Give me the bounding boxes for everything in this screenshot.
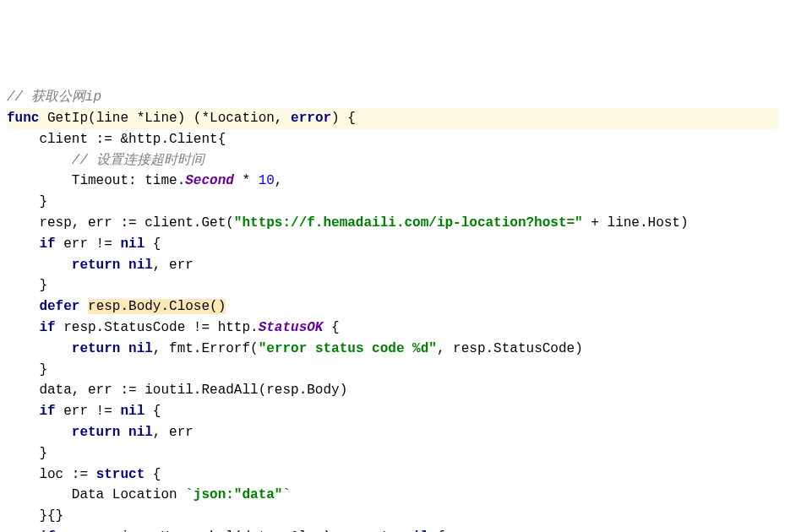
number-literal: 10 bbox=[259, 173, 275, 188]
brace: { bbox=[144, 467, 161, 482]
brace: } bbox=[39, 446, 47, 461]
function-name: GetIp bbox=[47, 111, 88, 126]
string-literal: "https://f.hemadaili.com/ip-location?hos… bbox=[234, 215, 583, 231]
code-line: defer resp.Body.Close() bbox=[7, 296, 778, 318]
code-text: client := &http.Client{ bbox=[39, 132, 226, 147]
keyword-if: if bbox=[39, 404, 55, 419]
code-line: } bbox=[7, 360, 778, 381]
code-line: Timeout: time.Second * 10, bbox=[7, 171, 778, 192]
keyword-nil: nil bbox=[120, 404, 144, 419]
brace: { bbox=[144, 236, 161, 252]
code-line: if err := json.Unmarshal(data, &loc); er… bbox=[7, 527, 778, 532]
signature-close: ) { bbox=[331, 111, 356, 126]
struct-tag: `json:"data"` bbox=[185, 487, 291, 502]
code-text: , err bbox=[153, 425, 194, 440]
code-text: data, err := ioutil.ReadAll(resp.Body) bbox=[39, 383, 347, 398]
code-text: }{} bbox=[39, 508, 63, 524]
code-text: , fmt.Errorf( bbox=[153, 341, 259, 356]
code-line: if resp.StatusCode != http.StatusOK { bbox=[7, 318, 778, 339]
keyword-struct: struct bbox=[96, 467, 145, 482]
code-line: client := &http.Client{ bbox=[7, 129, 778, 150]
code-line: Data Location `json:"data"` bbox=[7, 485, 778, 506]
code-line-highlighted: func GetIp(line *Line) (*Location, error… bbox=[7, 108, 778, 129]
code-line: return nil, fmt.Errorf("error status cod… bbox=[7, 339, 778, 360]
code-line: loc := struct { bbox=[7, 464, 778, 486]
code-text: , bbox=[275, 173, 283, 188]
code-line: resp, err := client.Get("https://f.hemad… bbox=[7, 213, 778, 234]
code-text: Timeout: time. bbox=[72, 173, 185, 188]
keyword-return: return bbox=[72, 425, 121, 440]
code-text: resp, err := client.Get( bbox=[39, 215, 233, 231]
comment: // 设置连接超时时间 bbox=[72, 153, 204, 168]
code-line: // 设置连接超时时间 bbox=[7, 150, 778, 171]
keyword-defer: defer bbox=[39, 299, 79, 314]
string-literal: "error status code %d" bbox=[259, 341, 437, 356]
code-editor[interactable]: // 获取公网ipfunc GetIp(line *Line) (*Locati… bbox=[7, 87, 778, 532]
keyword-func: func bbox=[7, 111, 39, 126]
code-text: Data Location bbox=[72, 487, 185, 502]
identifier-statusok: StatusOK bbox=[259, 320, 324, 335]
brace: } bbox=[39, 194, 47, 209]
keyword-if: if bbox=[39, 236, 55, 252]
keyword-nil: nil bbox=[128, 425, 153, 440]
signature: (line *Line) (*Location, bbox=[88, 111, 291, 126]
code-line: }{} bbox=[7, 506, 778, 527]
code-line: if err != nil { bbox=[7, 234, 778, 255]
brace: } bbox=[39, 278, 47, 293]
code-text: loc := bbox=[39, 467, 95, 482]
code-line: } bbox=[7, 443, 778, 464]
code-line: } bbox=[7, 192, 778, 213]
identifier-second: Second bbox=[185, 173, 234, 188]
code-text: , resp.StatusCode) bbox=[437, 341, 583, 356]
keyword-nil: nil bbox=[128, 341, 153, 356]
highlighted-span: resp.Body.Close() bbox=[88, 299, 226, 314]
code-text: resp.StatusCode != http. bbox=[56, 320, 259, 335]
code-text: + line.Host) bbox=[583, 215, 689, 231]
brace: { bbox=[323, 320, 339, 335]
code-line: } bbox=[7, 275, 778, 296]
keyword-return: return bbox=[72, 258, 121, 273]
code-text: , err bbox=[153, 258, 194, 273]
keyword-return: return bbox=[72, 341, 121, 356]
comment: // 获取公网ip bbox=[7, 90, 101, 105]
code-line: return nil, err bbox=[7, 422, 778, 443]
code-line: // 获取公网ip bbox=[7, 87, 778, 108]
code-text: * bbox=[234, 173, 259, 188]
code-text: resp.Body.Close() bbox=[88, 299, 226, 314]
keyword-if: if bbox=[39, 320, 55, 335]
code-text: err != bbox=[56, 404, 121, 419]
code-line: if err != nil { bbox=[7, 401, 778, 422]
code-text: err != bbox=[56, 236, 121, 252]
code-line: return nil, err bbox=[7, 255, 778, 276]
keyword-nil: nil bbox=[120, 236, 144, 252]
code-line: data, err := ioutil.ReadAll(resp.Body) bbox=[7, 380, 778, 401]
brace: { bbox=[144, 404, 161, 419]
brace: } bbox=[39, 362, 47, 377]
keyword-nil: nil bbox=[128, 258, 153, 273]
keyword-error: error bbox=[291, 111, 331, 126]
